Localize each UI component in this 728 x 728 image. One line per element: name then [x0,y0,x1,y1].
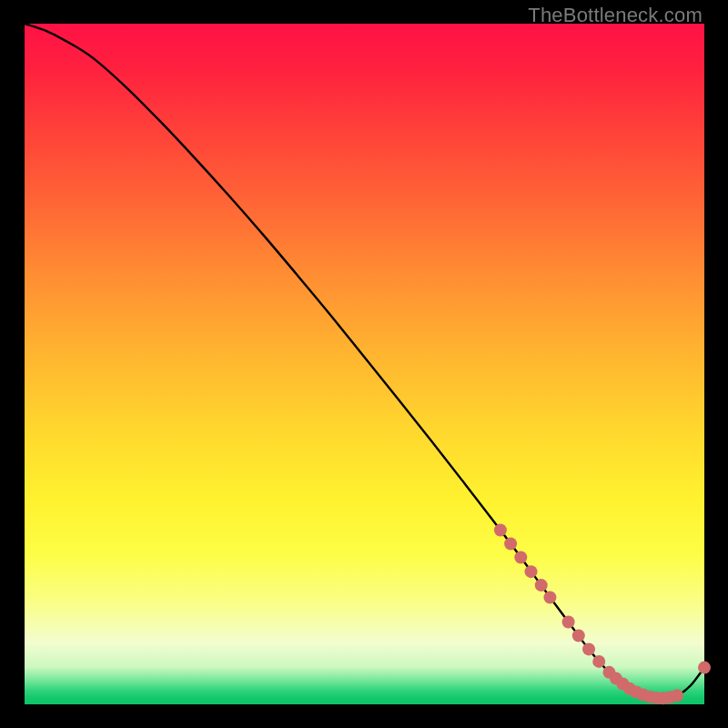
chart-marker [504,537,517,550]
chart-marker [535,579,548,592]
chart-marker [525,565,538,578]
chart-marker [671,689,683,702]
watermark-text: TheBottleneck.com [528,4,703,27]
chart-marker [494,524,507,537]
chart-marker [562,615,575,628]
chart-marker [514,551,527,563]
chart-marker [572,629,585,642]
chart-svg [25,24,704,704]
chart-marker [582,642,595,655]
chart-markers [494,524,711,705]
chart-plot-area [25,24,704,704]
chart-marker [592,655,605,668]
chart-stage: TheBottleneck.com [0,0,728,728]
bottleneck-curve [25,24,704,698]
chart-marker [543,592,556,604]
chart-marker [698,662,711,674]
